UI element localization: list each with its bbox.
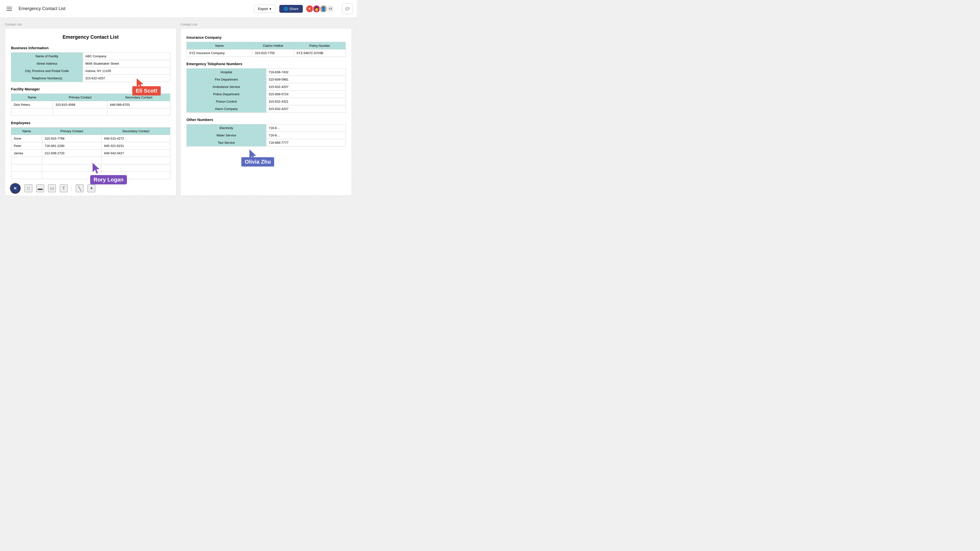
table-row: Poison Control 315-632-4321 bbox=[187, 98, 346, 105]
table-row: Ambulance Service 315-632-4207 bbox=[187, 83, 346, 91]
other-table: Electricity 716-6… Water Service 716-6… … bbox=[186, 124, 346, 146]
table-row: James 212-839-2720 646-542-0427 bbox=[11, 149, 170, 157]
insurance-section-title: Insurance Company bbox=[186, 35, 346, 40]
left-panel: Contact List Emergency Contact List Busi… bbox=[5, 22, 177, 196]
facility-table: Name Primary Contact Secondary Contact D… bbox=[11, 94, 170, 116]
emp-empty-2 bbox=[11, 164, 42, 171]
poison-number: 315-632-4321 bbox=[266, 98, 346, 105]
facility-section-title: Facility Manager bbox=[11, 87, 170, 91]
emergency-table: Hospital 716-638-7432 Fire Department 31… bbox=[186, 68, 346, 113]
col-name: Name bbox=[11, 94, 53, 101]
left-panel-label: Contact List bbox=[5, 22, 177, 26]
emp-col-name: Name bbox=[11, 128, 42, 135]
table-header-row: Name Claims Hotline Policy Number bbox=[187, 42, 346, 49]
hamburger-line-3 bbox=[6, 10, 12, 11]
fire-label: Fire Department bbox=[187, 76, 266, 83]
col-primary: Primary Contact bbox=[53, 94, 107, 101]
facility-label: Name of Facility bbox=[11, 52, 83, 60]
table-row: Street Address 9646 Studebaker Street bbox=[11, 60, 170, 67]
table-row bbox=[11, 157, 170, 164]
header: Emergency Contact List Export ▾ 🌐 Share … bbox=[0, 0, 357, 17]
pointer-tool-button[interactable]: ✦ bbox=[88, 184, 95, 192]
empty-primary bbox=[53, 108, 107, 116]
emp-empty-1 bbox=[11, 157, 42, 164]
emp-empty-3 bbox=[11, 171, 42, 179]
other-section-title: Other Numbers bbox=[186, 118, 346, 122]
table-row: Water Service 716-6… bbox=[187, 132, 346, 139]
emp-empty-3p bbox=[42, 171, 102, 179]
emp-empty-2s bbox=[102, 164, 170, 171]
export-label: Export bbox=[258, 7, 268, 11]
business-section-title: Business Information bbox=[11, 46, 170, 50]
police-number: 315-609-5724 bbox=[266, 91, 346, 98]
line-tool-button[interactable]: ╲ bbox=[76, 184, 84, 192]
emp-name-3: James bbox=[11, 149, 42, 157]
table-row: Electricity 716-6… bbox=[187, 124, 346, 132]
ins-col-hotline: Claims Hotline bbox=[252, 42, 294, 49]
facility-value: ABC Company bbox=[83, 52, 170, 60]
ambulance-label: Ambulance Service bbox=[187, 83, 266, 91]
table-row: Anne 315-915-7768 646-515-4272 bbox=[11, 135, 170, 142]
card-tool-button[interactable]: ▬ bbox=[36, 184, 44, 192]
export-button[interactable]: Export ▾ bbox=[254, 5, 275, 13]
water-label: Water Service bbox=[187, 132, 266, 139]
avatar-extra-count: +3 bbox=[326, 5, 334, 13]
table-row: Name of Facility ABC Company bbox=[11, 52, 170, 60]
left-contact-card: Emergency Contact List Business Informat… bbox=[5, 28, 177, 196]
emp-name-2: Peter bbox=[11, 142, 42, 149]
ins-policy: XYZ-5467C-6703B bbox=[294, 49, 345, 57]
alarm-label: Alarm Company bbox=[187, 105, 266, 113]
city-label: City, Province and Postal Code bbox=[11, 67, 83, 75]
emp-empty-1s bbox=[102, 157, 170, 164]
table-row: XYZ Insurance Company 315-815-7755 XYZ-5… bbox=[187, 49, 346, 57]
manager-primary: 315-815-4568 bbox=[53, 101, 107, 108]
empty-secondary bbox=[107, 108, 170, 116]
table-row bbox=[11, 108, 170, 116]
toolbar-divider bbox=[72, 186, 72, 191]
table-row: Taxi Service 716-666-7777 bbox=[187, 139, 346, 146]
business-info-table: Name of Facility ABC Company Street Addr… bbox=[11, 52, 170, 82]
insurance-table: Name Claims Hotline Policy Number XYZ In… bbox=[186, 42, 346, 57]
rect-icon: □ bbox=[27, 186, 30, 191]
table-header-row: Name Primary Contact Secondary Contact bbox=[11, 94, 170, 101]
emergency-section-title: Emergency Telephone Numbers bbox=[186, 62, 346, 66]
table-row: Police Department 315-609-5724 bbox=[187, 91, 346, 98]
alarm-number: 315-632-4207 bbox=[266, 105, 346, 113]
ins-name: XYZ Insurance Company bbox=[187, 49, 252, 57]
city-value: Astoria, NY 11105 bbox=[83, 67, 170, 75]
right-panel: Contact List Insurance Company Name Clai… bbox=[180, 22, 352, 196]
collaborators-avatars: K 👩 👤 +3 bbox=[307, 5, 334, 13]
electricity-number: 716-6… bbox=[266, 124, 346, 132]
emp-secondary-3: 646-542-0427 bbox=[102, 149, 170, 157]
emp-primary-2: 716-661-2290 bbox=[42, 142, 102, 149]
note-tool-button[interactable]: ▭ bbox=[48, 184, 56, 192]
hamburger-line-1 bbox=[6, 7, 12, 7]
electricity-label: Electricity bbox=[187, 124, 266, 132]
share-globe-icon: 🌐 bbox=[284, 7, 288, 11]
employees-table: Name Primary Contact Secondary Contact A… bbox=[11, 127, 170, 179]
right-panel-label: Contact List bbox=[180, 22, 352, 26]
table-row: Peter 716-661-2290 845-321-6231 bbox=[11, 142, 170, 149]
share-button[interactable]: 🌐 Share bbox=[279, 5, 303, 13]
fire-number: 315-609-5981 bbox=[266, 76, 346, 83]
line-icon: ╲ bbox=[78, 186, 81, 191]
pointer-icon: ✦ bbox=[90, 186, 93, 191]
table-row bbox=[11, 164, 170, 171]
hamburger-line-2 bbox=[6, 9, 12, 9]
table-row bbox=[11, 171, 170, 179]
menu-button[interactable] bbox=[4, 3, 15, 14]
text-tool-button[interactable]: T bbox=[60, 184, 68, 192]
table-row: City, Province and Postal Code Astoria, … bbox=[11, 67, 170, 75]
chat-button[interactable]: 💬 bbox=[342, 3, 353, 14]
table-row: Alarm Company 315-632-4207 bbox=[187, 105, 346, 113]
close-icon: × bbox=[14, 185, 17, 192]
hospital-label: Hospital bbox=[187, 68, 266, 76]
note-icon: ▭ bbox=[50, 186, 54, 191]
rectangle-tool-button[interactable]: □ bbox=[24, 184, 32, 192]
emp-col-secondary: Secondary Contact bbox=[102, 128, 170, 135]
emp-name-1: Anne bbox=[11, 135, 42, 142]
chat-icon: 💬 bbox=[345, 7, 350, 11]
emp-empty-1p bbox=[42, 157, 102, 164]
manager-secondary: 646-589-6703 bbox=[107, 101, 170, 108]
close-button[interactable]: × bbox=[10, 183, 21, 194]
